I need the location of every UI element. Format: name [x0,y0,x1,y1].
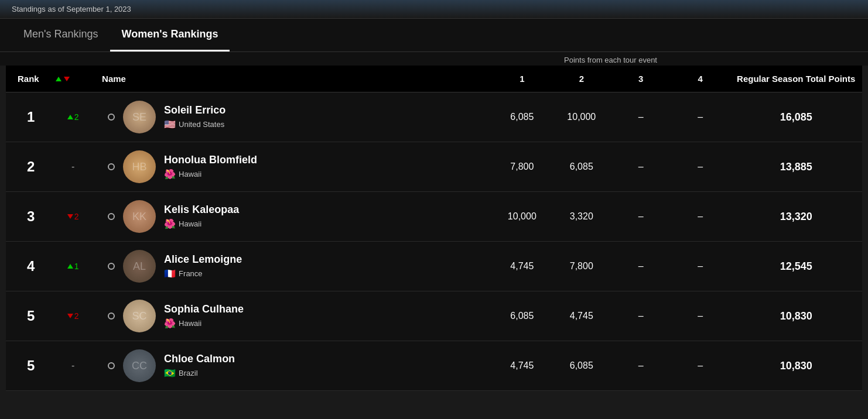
event2-score: 6,085 [552,341,611,391]
total-score: 10,830 [730,341,862,391]
event1-score: 7,800 [493,142,552,192]
player-country: 🇧🇷 Brazil [164,368,235,379]
rank-cell: 5 [6,291,50,341]
header-event1: 1 [493,66,552,92]
event4-score: – [671,92,730,142]
flag-icon: 🇫🇷 [164,268,176,279]
change-cell: - [50,341,96,391]
total-score: 16,085 [730,92,862,142]
rank-cell: 4 [6,242,50,291]
country-name: Brazil [179,369,198,377]
player-name-cell: HB Honolua Blomfield 🌺 Hawaii [96,142,492,192]
change-cell: 2 [50,291,96,341]
rank-cell: 5 [6,341,50,391]
player-name: Chloe Calmon [164,353,235,365]
avatar: KK [123,200,156,233]
name-cell-inner: AL Alice Lemoigne 🇫🇷 France [96,242,492,291]
change-cell: 2 [50,92,96,142]
country-name: Hawaii [179,170,201,178]
player-country: 🇫🇷 France [164,268,242,279]
table-row: 12 SE Soleil Errico 🇺🇸 United States 6,0… [6,92,862,142]
rank-cell: 2 [6,142,50,192]
player-info: Chloe Calmon 🇧🇷 Brazil [164,353,235,379]
country-name: Hawaii [179,319,201,328]
player-info: Kelis Kaleopaa 🌺 Hawaii [164,204,239,229]
header-event2: 2 [552,66,611,92]
player-name: Kelis Kaleopaa [164,204,239,216]
player-name-cell: KK Kelis Kaleopaa 🌺 Hawaii [96,192,492,242]
rank-value: 2 [27,159,35,174]
down-arrow-icon [67,214,73,219]
country-name: Hawaii [179,219,201,228]
country-name: France [179,269,202,278]
event2-score: 7,800 [552,242,611,291]
rank-value: 3 [27,208,35,224]
player-name-cell: SE Soleil Errico 🇺🇸 United States [96,92,492,142]
up-arrow-icon [67,264,73,269]
change-down: 2 [56,212,90,221]
event3-score: – [611,192,671,242]
name-cell-inner: SC Sophia Culhane 🌺 Hawaii [96,291,492,341]
total-score: 13,320 [730,192,862,242]
avatar: SC [123,300,156,332]
event3-score: – [611,142,671,192]
standings-date: Standings as of September 1, 2023 [12,5,131,13]
sort-down-icon[interactable] [64,77,70,81]
event1-score: 6,085 [493,92,552,142]
header-total: Regular Season Total Points [730,66,862,92]
event4-score: – [671,341,730,391]
avatar-initials: SE [132,111,146,123]
circle-indicator [108,163,115,170]
player-name: Soleil Errico [164,104,225,116]
avatar: HB [123,150,156,183]
table-row: 52 SC Sophia Culhane 🌺 Hawaii 6,0854,745… [6,291,862,341]
player-info: Sophia Culhane 🌺 Hawaii [164,303,244,329]
top-bar: Standings as of September 1, 2023 [0,0,868,19]
event4-score: – [671,142,730,192]
sort-up-icon[interactable] [56,77,61,81]
event1-score: 6,085 [493,291,552,341]
table-row: 41 AL Alice Lemoigne 🇫🇷 France 4,7457,80… [6,242,862,291]
avatar: CC [123,349,156,382]
change-cell: 2 [50,192,96,242]
tab-mens[interactable]: Men's Rankings [12,19,110,51]
change-down: 2 [56,311,90,321]
name-cell-inner: KK Kelis Kaleopaa 🌺 Hawaii [96,192,492,241]
avatar-initials: KK [132,211,146,223]
player-name: Alice Lemoigne [164,253,242,266]
event1-score: 4,745 [493,341,552,391]
player-name-cell: SC Sophia Culhane 🌺 Hawaii [96,291,492,341]
change-none: - [56,162,90,172]
player-country: 🌺 Hawaii [164,169,257,180]
avatar: SE [123,101,156,133]
header-event4: 4 [671,66,730,92]
event4-score: – [671,192,730,242]
rank-value: 4 [27,258,35,274]
points-header-row: Points from each tour event [0,52,868,66]
country-name: United States [179,120,224,129]
change-amount: 2 [74,112,79,122]
player-name: Sophia Culhane [164,303,244,315]
down-arrow-icon [67,314,73,318]
circle-indicator [108,312,115,320]
player-info: Soleil Errico 🇺🇸 United States [164,104,225,130]
rankings-table: Rank Name 1 2 3 4 Regular Season Total P… [6,66,862,391]
table-row: 32 KK Kelis Kaleopaa 🌺 Hawaii 10,0003,32… [6,192,862,242]
change-up: 2 [56,112,90,122]
change-amount: 2 [74,311,79,321]
up-arrow-icon [67,115,73,119]
player-country: 🇺🇸 United States [164,119,225,130]
player-name: Honolua Blomfield [164,154,257,166]
event1-score: 10,000 [493,192,552,242]
table-row: 2- HB Honolua Blomfield 🌺 Hawaii 7,8006,… [6,142,862,192]
header-change [50,66,96,92]
tab-mens-label: Men's Rankings [23,28,98,40]
flag-icon: 🌺 [164,318,176,329]
tab-womens[interactable]: Women's Rankings [110,19,230,51]
event3-score: – [611,92,671,142]
avatar-initials: SC [132,310,147,322]
header-rank: Rank [6,66,50,92]
player-country: 🌺 Hawaii [164,318,244,329]
total-score: 13,885 [730,142,862,192]
change-cell: 1 [50,242,96,291]
